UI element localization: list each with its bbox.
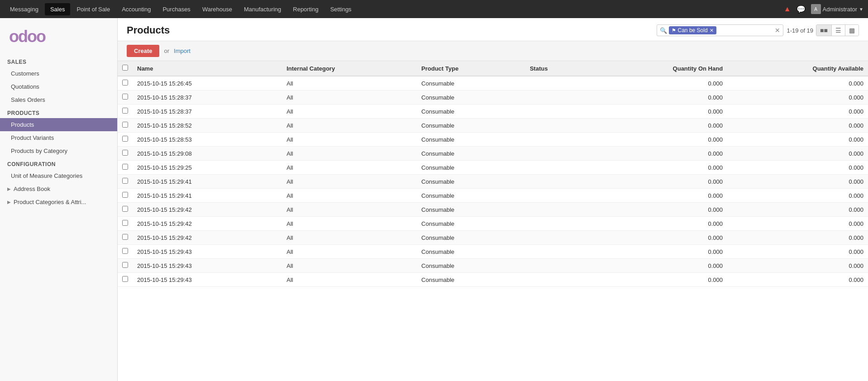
search-clear-icon[interactable]: ✕ <box>775 27 780 34</box>
row-status <box>525 217 589 231</box>
table-row[interactable]: 2015-10-15 15:29:41 All Consumable 0.000… <box>118 175 868 189</box>
table-row[interactable]: 2015-10-15 15:29:42 All Consumable 0.000… <box>118 203 868 217</box>
row-category: All <box>282 147 417 161</box>
row-category: All <box>282 76 417 90</box>
sidebar-item-quotations[interactable]: Quotations <box>0 80 117 93</box>
row-status <box>525 161 589 175</box>
row-checkbox[interactable] <box>122 80 128 86</box>
row-checkbox[interactable] <box>122 178 128 184</box>
table-row[interactable]: 2015-10-15 15:29:42 All Consumable 0.000… <box>118 217 868 231</box>
chat-icon[interactable]: 💬 <box>796 5 806 14</box>
admin-menu[interactable]: A Administrator ▼ <box>811 4 863 14</box>
table-row[interactable]: 2015-10-15 15:29:43 All Consumable 0.000… <box>118 273 868 287</box>
view-kanban-btn[interactable]: ■■ <box>816 25 831 36</box>
filter-tag-can-be-sold: ⚑ Can be Sold ✕ <box>669 26 716 34</box>
sidebar-item-unit-of-measure[interactable]: Unit of Measure Categories <box>0 169 117 182</box>
nav-reporting[interactable]: Reporting <box>287 3 324 15</box>
row-checkbox[interactable] <box>122 234 128 240</box>
row-type: Consumable <box>417 259 525 273</box>
main-layout: odoo Sales Customers Quotations Sales Or… <box>0 18 868 381</box>
import-link[interactable]: Import <box>174 48 191 54</box>
row-checkbox[interactable] <box>122 150 128 156</box>
row-type: Consumable <box>417 189 525 203</box>
row-checkbox[interactable] <box>122 206 128 212</box>
col-status: Status <box>525 61 589 76</box>
nav-accounting[interactable]: Accounting <box>116 3 156 15</box>
table-row[interactable]: 2015-10-15 15:29:25 All Consumable 0.000… <box>118 161 868 175</box>
row-qty-hand: 0.000 <box>589 90 727 105</box>
alert-icon[interactable]: ▲ <box>784 5 791 13</box>
row-checkbox-cell <box>118 133 133 147</box>
table-row[interactable]: 2015-10-15 15:26:45 All Consumable 0.000… <box>118 76 868 90</box>
odoo-logo-text: odoo <box>9 27 45 46</box>
select-all-checkbox[interactable] <box>122 65 128 71</box>
row-checkbox[interactable] <box>122 136 128 142</box>
row-category: All <box>282 245 417 259</box>
search-box[interactable]: 🔍 ⚑ Can be Sold ✕ ✕ <box>657 24 783 36</box>
sidebar-section-products: Products <box>0 106 117 118</box>
sidebar-item-customers[interactable]: Customers <box>0 67 117 80</box>
table-row[interactable]: 2015-10-15 15:29:42 All Consumable 0.000… <box>118 231 868 245</box>
content-area: Products 🔍 ⚑ Can be Sold ✕ ✕ 1-19 of 19 … <box>118 18 868 381</box>
row-qty-hand: 0.000 <box>589 133 727 147</box>
table-row[interactable]: 2015-10-15 15:29:43 All Consumable 0.000… <box>118 245 868 259</box>
row-category: All <box>282 161 417 175</box>
row-status <box>525 189 589 203</box>
nav-purchases[interactable]: Purchases <box>157 3 196 15</box>
row-checkbox[interactable] <box>122 220 128 226</box>
row-checkbox[interactable] <box>122 192 128 198</box>
nav-warehouse[interactable]: Warehouse <box>197 3 238 15</box>
row-category: All <box>282 90 417 105</box>
search-icon: 🔍 <box>660 27 667 34</box>
row-checkbox[interactable] <box>122 122 128 128</box>
table-row[interactable]: 2015-10-15 15:29:43 All Consumable 0.000… <box>118 259 868 273</box>
row-checkbox-cell <box>118 189 133 203</box>
row-status <box>525 259 589 273</box>
nav-sales[interactable]: Sales <box>45 3 71 15</box>
row-checkbox[interactable] <box>122 94 128 100</box>
row-checkbox-cell <box>118 273 133 287</box>
row-qty-hand: 0.000 <box>589 76 727 90</box>
filter-remove-icon[interactable]: ✕ <box>710 28 714 33</box>
table-row[interactable]: 2015-10-15 15:28:37 All Consumable 0.000… <box>118 105 868 119</box>
sidebar-item-products-by-category[interactable]: Products by Category <box>0 144 117 157</box>
row-status <box>525 245 589 259</box>
chevron-right-icon: ▶ <box>7 186 11 191</box>
table-row[interactable]: 2015-10-15 15:28:37 All Consumable 0.000… <box>118 90 868 105</box>
row-name: 2015-10-15 15:26:45 <box>133 76 282 90</box>
table-row[interactable]: 2015-10-15 15:28:52 All Consumable 0.000… <box>118 119 868 133</box>
row-type: Consumable <box>417 161 525 175</box>
table-row[interactable]: 2015-10-15 15:29:08 All Consumable 0.000… <box>118 147 868 161</box>
row-type: Consumable <box>417 273 525 287</box>
row-checkbox[interactable] <box>122 248 128 254</box>
nav-manufacturing[interactable]: Manufacturing <box>238 3 286 15</box>
table-row[interactable]: 2015-10-15 15:29:41 All Consumable 0.000… <box>118 189 868 203</box>
sidebar-item-product-variants[interactable]: Product Variants <box>0 131 117 144</box>
view-form-btn[interactable]: ▩ <box>845 25 858 36</box>
table-row[interactable]: 2015-10-15 15:28:53 All Consumable 0.000… <box>118 133 868 147</box>
row-name: 2015-10-15 15:28:53 <box>133 133 282 147</box>
row-name: 2015-10-15 15:29:41 <box>133 189 282 203</box>
sidebar-item-address-book[interactable]: ▶ Address Book <box>0 182 117 195</box>
chevron-right-icon-2: ▶ <box>7 200 11 205</box>
view-list-btn[interactable]: ☰ <box>831 25 845 36</box>
row-checkbox[interactable] <box>122 108 128 114</box>
create-button[interactable]: Create <box>127 45 159 57</box>
sidebar-item-products[interactable]: Products <box>0 118 117 131</box>
row-qty-hand: 0.000 <box>589 231 727 245</box>
sidebar-item-sales-orders[interactable]: Sales Orders <box>0 93 117 106</box>
row-type: Consumable <box>417 133 525 147</box>
sidebar-item-product-categories[interactable]: ▶ Product Categories & Attri... <box>0 195 117 209</box>
row-type: Consumable <box>417 105 525 119</box>
nav-messaging[interactable]: Messaging <box>5 3 44 15</box>
row-qty-hand: 0.000 <box>589 161 727 175</box>
nav-items: Messaging Sales Point of Sale Accounting… <box>5 3 784 15</box>
row-checkbox[interactable] <box>122 164 128 170</box>
row-status <box>525 133 589 147</box>
nav-settings[interactable]: Settings <box>325 3 357 15</box>
row-checkbox[interactable] <box>122 276 128 282</box>
nav-point-of-sale[interactable]: Point of Sale <box>71 3 115 15</box>
row-checkbox-cell <box>118 147 133 161</box>
row-status <box>525 119 589 133</box>
row-checkbox[interactable] <box>122 262 128 268</box>
